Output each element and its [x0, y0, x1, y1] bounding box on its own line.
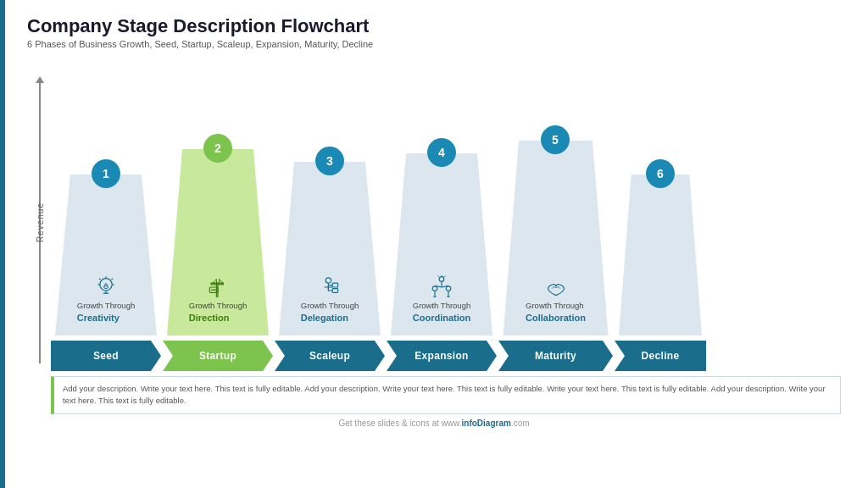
svg-marker-12: [213, 280, 217, 284]
revenue-label: Revenue: [36, 202, 45, 242]
accent-bar: [0, 0, 5, 488]
coordination-icon: [428, 274, 455, 301]
phase-number-4: 4: [427, 138, 456, 167]
svg-rect-19: [332, 284, 337, 288]
phase-number-5: 5: [541, 125, 570, 154]
phase-label-1: Growth ThroughCreativity: [77, 301, 135, 324]
svg-line-33: [442, 286, 448, 288]
slide-title: Company Stage Description Flowchart: [27, 15, 841, 37]
phase-number-2: 2: [203, 134, 232, 163]
diagram-area: Revenue 1: [27, 56, 841, 414]
svg-point-25: [432, 286, 437, 291]
svg-line-32: [435, 286, 442, 288]
delegation-icon: [316, 274, 343, 301]
phase-label-2: Growth ThroughDirection: [189, 301, 247, 324]
phases-row: 1 Growth Through: [51, 64, 841, 336]
phase-label-5: Growth ThroughCollaboration: [526, 301, 586, 324]
arrow-seed: Seed: [51, 341, 161, 371]
svg-point-24: [439, 277, 444, 282]
phase-number-3: 3: [315, 147, 344, 175]
arrow-decline: Decline: [615, 341, 706, 371]
phase-number-1: 1: [92, 159, 120, 188]
footer-note: Get these slides & icons at www.infoDiag…: [27, 419, 841, 428]
footer-brand: infoDiagram: [462, 419, 511, 428]
svg-point-26: [446, 286, 451, 291]
svg-line-4: [99, 279, 101, 280]
slide: Company Stage Description Flowchart 6 Ph…: [0, 0, 868, 488]
collaboration-icon: [542, 274, 570, 301]
revenue-axis: Revenue: [32, 81, 47, 363]
arrow-label-expansion: Expansion: [415, 350, 468, 362]
phase-col-5: 5 Growth ThroughCollaboration: [498, 125, 613, 336]
phase-label-3: Growth ThroughDelegation: [301, 301, 359, 324]
description-text: Add your description. Write your text he…: [63, 384, 826, 405]
svg-line-36: [437, 276, 439, 278]
arrow-startup: Startup: [163, 341, 273, 371]
svg-rect-20: [332, 289, 337, 293]
phase-number-6: 6: [646, 159, 675, 188]
header: Company Stage Description Flowchart 6 Ph…: [27, 15, 841, 49]
phase-col-1: 1 Growth Through: [51, 159, 161, 336]
svg-marker-11: [220, 280, 224, 284]
svg-line-35: [444, 276, 446, 278]
direction-icon: [204, 274, 231, 301]
arrow-label-seed: Seed: [93, 350, 119, 362]
arrow-label-startup: Startup: [199, 350, 236, 362]
phase-col-3: 3 Growth ThroughDelegation: [275, 147, 385, 336]
svg-line-5: [111, 279, 113, 280]
slide-subtitle: 6 Phases of Business Growth, Seed, Start…: [27, 39, 841, 49]
phase-col-4: 4: [387, 138, 497, 336]
svg-point-15: [326, 278, 331, 283]
phase-col-6: 6: [615, 159, 706, 336]
arrows-row: Seed Startup Scaleup Expansion Maturity …: [51, 341, 841, 371]
svg-point-8: [104, 286, 108, 289]
description-box: Add your description. Write your text he…: [51, 376, 841, 414]
phase-col-2: 2 Growth ThroughDirection: [163, 134, 273, 336]
arrow-expansion: Expansion: [387, 341, 497, 371]
arrow-label-scaleup: Scaleup: [309, 350, 350, 362]
creativity-icon: [92, 274, 120, 301]
arrow-maturity: Maturity: [498, 341, 613, 371]
phase-label-4: Growth ThroughCoordination: [413, 301, 470, 324]
arrow-label-maturity: Maturity: [535, 350, 576, 362]
arrow-label-decline: Decline: [642, 350, 680, 362]
arrow-scaleup: Scaleup: [275, 341, 385, 371]
